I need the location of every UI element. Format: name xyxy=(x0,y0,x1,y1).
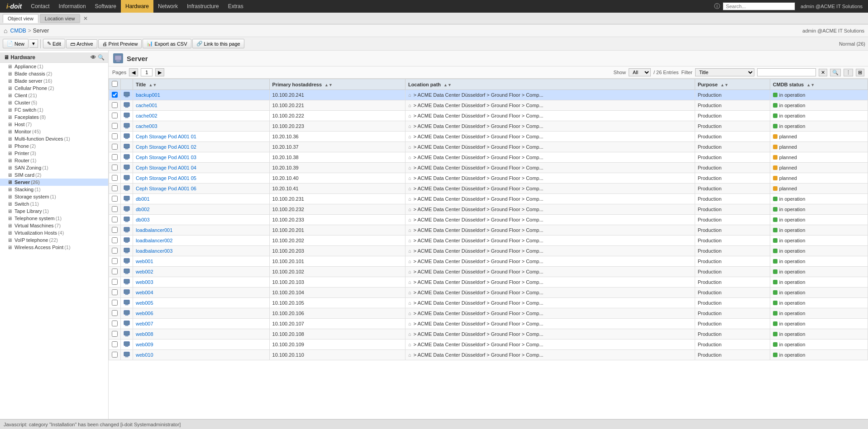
nav-contact[interactable]: Contact xyxy=(26,0,54,13)
nav-network[interactable]: Network xyxy=(153,0,182,13)
row-checkbox[interactable] xyxy=(112,227,118,233)
sidebar-item-appliance[interactable]: 🖥Appliance(1) xyxy=(0,63,108,70)
row-checkbox[interactable] xyxy=(112,258,118,264)
row-checkbox[interactable] xyxy=(112,102,118,108)
columns-config-button[interactable]: ⊞ xyxy=(856,69,864,76)
sidebar-item-virtual-maschines[interactable]: 🖥Virtual Maschines(7) xyxy=(0,222,108,229)
sidebar-search-icon[interactable]: 🔍 xyxy=(98,54,105,61)
select-all-checkbox[interactable] xyxy=(112,81,118,87)
row-title[interactable]: cache003 xyxy=(133,121,270,132)
export-csv-button[interactable]: 📊 Export as CSV xyxy=(143,39,191,48)
row-checkbox[interactable] xyxy=(112,154,118,160)
archive-button[interactable]: 🗃 Archive xyxy=(66,39,97,48)
row-title[interactable]: loadbalancer002 xyxy=(133,236,270,246)
sidebar-item-wireless-access-point[interactable]: 🖥Wireless Access Point(1) xyxy=(0,244,108,251)
header-title[interactable]: Title ▲▼ xyxy=(133,79,270,90)
row-title[interactable]: web001 xyxy=(133,256,270,267)
sidebar-item-monitor[interactable]: 🖥Monitor(45) xyxy=(0,128,108,135)
sidebar-item-cellular-phone[interactable]: 🖥Cellular Phone(2) xyxy=(0,85,108,92)
row-title[interactable]: Ceph Storage Pod A001 05 xyxy=(133,173,270,184)
sidebar-item-stacking[interactable]: 🖥Stacking(1) xyxy=(0,186,108,193)
show-select[interactable]: All 25 50 100 xyxy=(629,68,651,76)
row-title[interactable]: web009 xyxy=(133,339,270,350)
nav-information[interactable]: Information xyxy=(54,0,91,13)
filter-apply-button[interactable]: 🔍 xyxy=(830,69,841,76)
sidebar-item-sim-card[interactable]: 🖥SIM card(2) xyxy=(0,171,108,179)
help-icon[interactable]: ⓘ xyxy=(714,2,720,10)
sidebar-item-fc-switch[interactable]: 🖥FC switch(1) xyxy=(0,106,108,113)
sidebar-item-client[interactable]: 🖥Client(21) xyxy=(0,92,108,99)
sidebar-item-switch[interactable]: 🖥Switch(11) xyxy=(0,200,108,207)
row-checkbox[interactable] xyxy=(112,279,118,285)
row-checkbox[interactable] xyxy=(112,300,118,306)
page-next-button[interactable]: ▶ xyxy=(155,68,164,76)
row-title[interactable]: db001 xyxy=(133,194,270,204)
header-ip[interactable]: Primary hostaddress ▲▼ xyxy=(269,79,405,90)
nav-software[interactable]: Software xyxy=(91,0,121,13)
page-prev-button[interactable]: ◀ xyxy=(129,68,138,76)
row-title[interactable]: web008 xyxy=(133,329,270,339)
row-title[interactable]: web003 xyxy=(133,277,270,288)
header-cmdb-status[interactable]: CMDB status ▲▼ xyxy=(770,79,868,90)
row-title[interactable]: web006 xyxy=(133,308,270,319)
row-title[interactable]: loadbalancer001 xyxy=(133,225,270,236)
search-input[interactable] xyxy=(723,2,795,10)
row-checkbox[interactable] xyxy=(112,196,118,202)
sidebar-item-printer[interactable]: 🖥Printer(3) xyxy=(0,150,108,157)
row-title[interactable]: cache002 xyxy=(133,111,270,121)
tab-close-icon[interactable]: ✕ xyxy=(83,15,88,22)
row-checkbox[interactable] xyxy=(112,341,118,347)
row-title[interactable]: Ceph Storage Pod A001 01 xyxy=(133,132,270,142)
nav-extras[interactable]: Extras xyxy=(224,0,248,13)
row-checkbox[interactable] xyxy=(112,144,118,150)
filter-input[interactable] xyxy=(757,68,816,76)
row-checkbox[interactable] xyxy=(112,92,118,98)
row-checkbox[interactable] xyxy=(112,352,118,358)
row-title[interactable]: backup001 xyxy=(133,90,270,100)
row-checkbox[interactable] xyxy=(112,237,118,243)
sidebar-item-faceplates[interactable]: 🖥Faceplates(8) xyxy=(0,113,108,121)
nav-infrastructure[interactable]: Infrastructure xyxy=(182,0,224,13)
row-title[interactable]: web010 xyxy=(133,350,270,360)
row-title[interactable]: web005 xyxy=(133,298,270,308)
sidebar-view-icon[interactable]: 👁 xyxy=(91,54,96,61)
row-checkbox[interactable] xyxy=(112,123,118,129)
row-checkbox[interactable] xyxy=(112,113,118,118)
row-title[interactable]: db003 xyxy=(133,215,270,225)
breadcrumb-cmdb[interactable]: CMDB xyxy=(10,28,26,34)
row-title[interactable]: db002 xyxy=(133,204,270,215)
home-icon[interactable]: ⌂ xyxy=(4,27,7,34)
filter-field-select[interactable]: Title Primary hostaddress xyxy=(695,68,754,76)
tab-object-view[interactable]: Object view xyxy=(3,14,38,23)
link-button[interactable]: 🔗 Link to this page xyxy=(192,39,244,48)
row-checkbox[interactable] xyxy=(112,133,118,139)
row-checkbox[interactable] xyxy=(112,321,118,326)
row-checkbox[interactable] xyxy=(112,217,118,222)
print-preview-button[interactable]: 🖨 Print Preview xyxy=(98,39,142,48)
tab-location-view[interactable]: Location view xyxy=(40,14,80,23)
sidebar-item-storage-system[interactable]: 🖥Storage system(1) xyxy=(0,193,108,200)
sidebar-item-blade-chassis[interactable]: 🖥Blade chassis(2) xyxy=(0,70,108,77)
filter-clear-button[interactable]: ✕ xyxy=(819,69,827,76)
new-dropdown[interactable]: ▼ xyxy=(29,39,38,48)
header-purpose[interactable]: Purpose ▲▼ xyxy=(695,79,770,90)
sidebar-item-server[interactable]: 🖥Server(26) xyxy=(0,179,108,186)
row-checkbox[interactable] xyxy=(112,248,118,254)
row-title[interactable]: Ceph Storage Pod A001 06 xyxy=(133,184,270,194)
row-checkbox[interactable] xyxy=(112,165,118,170)
sidebar-item-multi-function-devices[interactable]: 🖥Multi-function Devices(1) xyxy=(0,135,108,142)
sidebar-item-blade-server[interactable]: 🖥Blade server(16) xyxy=(0,77,108,85)
row-title[interactable]: Ceph Storage Pod A001 03 xyxy=(133,152,270,163)
new-button[interactable]: 📄 New xyxy=(3,39,29,48)
sidebar-item-router[interactable]: 🖥Router(1) xyxy=(0,157,108,164)
sidebar-item-cluster[interactable]: 🖥Cluster(5) xyxy=(0,99,108,106)
row-checkbox[interactable] xyxy=(112,289,118,295)
row-checkbox[interactable] xyxy=(112,206,118,212)
row-title[interactable]: web002 xyxy=(133,267,270,277)
sidebar-item-san-zoning[interactable]: 🖥SAN Zoning(1) xyxy=(0,164,108,171)
sidebar-item-telephone-system[interactable]: 🖥Telephone system(1) xyxy=(0,215,108,222)
nav-hardware[interactable]: Hardware xyxy=(121,0,153,13)
row-title[interactable]: web004 xyxy=(133,288,270,298)
row-title[interactable]: web007 xyxy=(133,319,270,329)
row-title[interactable]: cache001 xyxy=(133,100,270,111)
